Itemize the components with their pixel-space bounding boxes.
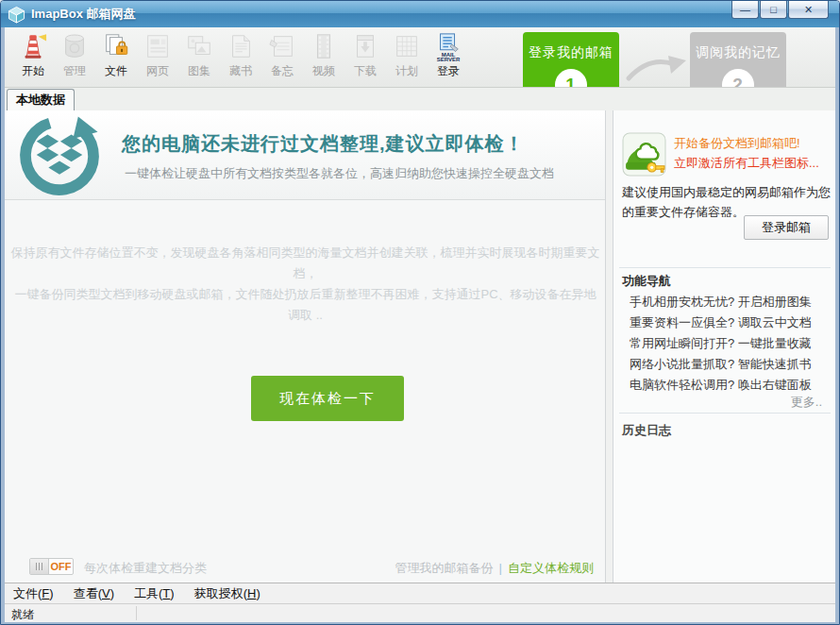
toolbar-label: 藏书 [229, 63, 252, 79]
nav-item[interactable]: 常用网址瞬间打开? 一键批量收藏 [630, 333, 812, 354]
nav-action: 调取云中文档 [738, 315, 812, 329]
window-frame: 开始 管理 [1, 27, 839, 624]
app-logo-icon [8, 6, 25, 24]
banner-heading: 您的电脑还未进行过文档整理,建议立即体检！ [122, 131, 525, 157]
toolbar-label: 计划 [395, 63, 418, 79]
toolbar-label: 备忘 [271, 63, 294, 79]
status-text: 就绪 [11, 607, 34, 623]
nav-action: 一键批量收藏 [738, 336, 812, 350]
nav-item[interactable]: 电脑软件轻松调用? 唤出右键面板 [630, 375, 812, 396]
webpage-icon [143, 30, 173, 62]
nav-action: 智能快速抓书 [738, 357, 812, 371]
toolbar-item-plan[interactable]: 计划 [386, 30, 428, 85]
toolbar-item-start[interactable]: 开始 [12, 30, 54, 85]
filmstrip-icon [309, 30, 339, 62]
menu-file[interactable]: 文件(F) [13, 585, 54, 602]
toolbar-label: 开始 [22, 63, 44, 79]
download-icon [350, 30, 380, 62]
toolbar-label: 下载 [354, 63, 377, 79]
nav-item[interactable]: 网络小说批量抓取? 智能快速抓书 [630, 354, 812, 375]
memo-icon [267, 30, 297, 62]
toggle-label: 每次体检重建文档分类 [84, 560, 207, 577]
book-page-icon [226, 30, 256, 62]
banner-subheading: 一键体检让硬盘中所有文档按类型各就各位，高速归纳助您快速操控全硬盘文档 [125, 165, 554, 182]
sidebar: 开始备份文档到邮箱吧! 立即激活所有工具栏图标... 建议使用国内最稳定的网易邮… [613, 110, 835, 583]
toolbar-label: 管理 [63, 63, 86, 79]
titlebar: ImapBox 邮箱网盘 — □ ✕ [1, 1, 839, 27]
toolbar-item-login[interactable]: MAIL SERVER 登录 [428, 30, 469, 85]
sidebar-divider [619, 267, 831, 268]
custom-rules-link[interactable]: 自定义体检规则 [508, 561, 594, 575]
main-footer: OFF 每次体检重建文档分类 管理我的邮箱备份|自定义体检规则 [5, 555, 605, 578]
lighthouse-icon [18, 30, 48, 62]
description-line1: 保持原有文件存储位置不变，发现硬盘各角落相同类型的海量文档并创建关联，梳理并实时… [10, 243, 600, 284]
links-divider: | [499, 561, 502, 575]
rebuild-toggle[interactable]: OFF [29, 558, 74, 575]
window-controls: — □ ✕ [731, 1, 829, 19]
menubar: 文件(F) 查看(V) 工具(T) 获取授权(H) [5, 583, 835, 603]
checkup-now-button[interactable]: 现在体检一下 [251, 376, 404, 421]
nav-question: 重要资料一应俱全? [630, 315, 734, 329]
nav-question: 手机相册安枕无忧? [630, 295, 734, 309]
tab-strip: 本地数据 [5, 88, 835, 110]
manage-backup-link[interactable]: 管理我的邮箱备份 [395, 561, 494, 575]
statusbar: 就绪 [5, 603, 835, 622]
promo-subtitle-link[interactable]: 立即激活所有工具栏图标... [674, 155, 819, 172]
minimize-button[interactable]: — [731, 1, 759, 19]
step-arrow-icon [623, 48, 689, 86]
nav-item[interactable]: 重要资料一应俱全? 调取云中文档 [630, 312, 812, 333]
history-header: 历史日志 [622, 422, 671, 439]
nav-question: 网络小说批量抓取? [630, 357, 734, 371]
files-lock-icon [101, 30, 131, 62]
step2-label: 调阅我的记忆 [696, 44, 781, 59]
document-recycle-box-icon [17, 113, 102, 198]
footer-links: 管理我的邮箱备份|自定义体检规则 [395, 560, 594, 577]
mail-server-icon-text: MAIL SERVER [434, 53, 462, 62]
toolbar-item-manage[interactable]: 管理 [54, 30, 95, 85]
status-divider [136, 606, 137, 620]
tab-local-data[interactable]: 本地数据 [7, 89, 75, 110]
toolbar-buttons: 开始 管理 [12, 30, 469, 85]
nav-action: 开启相册图集 [738, 295, 812, 309]
app-window: ImapBox 邮箱网盘 — □ ✕ [0, 0, 840, 625]
step2-number-badge: 2 [722, 69, 754, 88]
recall-memory-step-button[interactable]: 调阅我的记忆 2 [690, 32, 786, 88]
nav-list: 手机相册安枕无忧? 开启相册图集 重要资料一应俱全? 调取云中文档 常用网址瞬间… [630, 292, 812, 396]
main-panel: 您的电脑还未进行过文档整理,建议立即体检！ 一键体检让硬盘中所有文档按类型各就各… [5, 110, 606, 583]
toolbar-item-web[interactable]: 网页 [137, 30, 178, 85]
toolbar-label: 图集 [188, 63, 210, 79]
menu-view[interactable]: 查看(V) [74, 585, 114, 602]
toolbar-label: 视频 [312, 63, 335, 79]
promo-title: 开始备份文档到邮箱吧! [674, 135, 800, 152]
toolbar-item-books[interactable]: 藏书 [220, 30, 261, 85]
menu-tools[interactable]: 工具(T) [134, 585, 175, 602]
toolbar-item-memo[interactable]: 备忘 [261, 30, 303, 85]
toggle-state: OFF [49, 559, 73, 574]
toolbar-label: 登录 [437, 63, 460, 79]
nav-question: 常用网址瞬间打开? [630, 336, 734, 350]
login-mailbox-step-button[interactable]: 登录我的邮箱 1 [523, 32, 619, 88]
menu-license[interactable]: 获取授权(H) [194, 585, 260, 602]
window-title: ImapBox 邮箱网盘 [31, 6, 136, 23]
step1-label: 登录我的邮箱 [529, 44, 613, 59]
nav-header: 功能导航 [622, 273, 671, 290]
toolbar-item-files[interactable]: 文件 [95, 30, 137, 85]
login-mailbox-button[interactable]: 登录邮箱 [744, 215, 829, 240]
toolbar: 开始 管理 [5, 27, 835, 88]
close-button[interactable]: ✕ [788, 1, 829, 19]
step1-number-badge: 1 [555, 69, 587, 88]
database-icon [59, 30, 90, 62]
more-link[interactable]: 更多.. [791, 394, 822, 411]
nav-action: 唤出右键面板 [738, 378, 812, 392]
toolbar-item-download[interactable]: 下载 [344, 30, 386, 85]
photos-icon [184, 30, 214, 62]
description-text: 保持原有文件存储位置不变，发现硬盘各角落相同类型的海量文档并创建关联，梳理并实时… [10, 243, 600, 326]
calendar-grid-icon [392, 30, 422, 62]
toolbar-item-gallery[interactable]: 图集 [178, 30, 220, 85]
toolbar-item-video[interactable]: 视频 [303, 30, 344, 85]
toolbar-label: 文件 [105, 63, 127, 79]
toolbar-label: 网页 [146, 63, 169, 79]
nav-question: 电脑软件轻松调用? [630, 378, 734, 392]
maximize-button[interactable]: □ [760, 1, 787, 19]
nav-item[interactable]: 手机相册安枕无忧? 开启相册图集 [630, 292, 812, 312]
